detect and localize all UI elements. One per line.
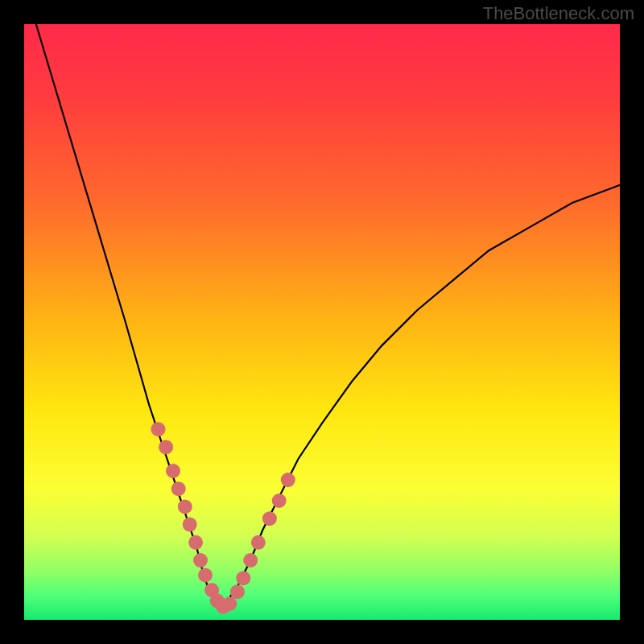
highlight-marker bbox=[272, 493, 287, 508]
plot-area bbox=[24, 24, 620, 620]
highlight-marker bbox=[178, 499, 192, 514]
highlight-marker bbox=[251, 535, 266, 550]
highlight-marker bbox=[198, 568, 213, 583]
chart-outer-frame: TheBottleneck.com bbox=[0, 0, 644, 644]
highlight-marker bbox=[193, 553, 208, 568]
highlight-marker bbox=[236, 571, 250, 585]
highlight-marker bbox=[159, 440, 173, 454]
chart-svg bbox=[24, 24, 620, 620]
bottleneck-curve bbox=[36, 24, 620, 608]
marker-group bbox=[151, 422, 295, 614]
highlight-marker bbox=[188, 535, 203, 550]
highlight-marker bbox=[243, 553, 258, 568]
highlight-marker bbox=[222, 597, 237, 611]
highlight-marker bbox=[230, 584, 245, 599]
highlight-marker bbox=[281, 473, 295, 487]
highlight-marker bbox=[183, 518, 197, 532]
highlight-marker bbox=[262, 511, 277, 526]
highlight-marker bbox=[171, 481, 186, 496]
watermark-text: TheBottleneck.com bbox=[483, 3, 634, 24]
highlight-marker bbox=[166, 464, 180, 478]
highlight-marker bbox=[151, 422, 166, 436]
